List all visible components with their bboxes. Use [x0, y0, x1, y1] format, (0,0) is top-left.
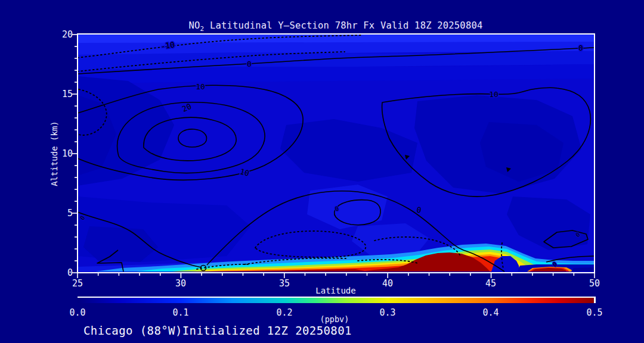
colorbar-tick-label: 0.4: [482, 307, 499, 318]
colorbar-units-label: (ppbv): [320, 314, 349, 324]
title-prefix: NO: [189, 20, 200, 31]
y-tick-label: 5: [67, 208, 73, 219]
x-axis-label: Latitude: [315, 286, 355, 295]
contour-label: 10: [489, 90, 499, 99]
colorbar-tick-label: 0.2: [276, 307, 292, 318]
no2-cross-section-figure: -10 0 0 10 20 10 10 0 0 0 0 0 20 15 10 5…: [0, 0, 644, 343]
x-tick-label: 50: [589, 278, 600, 289]
contour-label: 0: [578, 43, 583, 52]
plot-canvas: -10 0 0 10 20 10 10 0 0 0 0 0 20 15 10 5…: [0, 0, 644, 343]
y-tick-label: 0: [67, 267, 73, 278]
x-tick-label: 25: [72, 278, 83, 289]
x-tick-label: 45: [485, 278, 496, 289]
y-axis: 20 15 10 5 0 Altitude (km): [49, 29, 73, 278]
y-axis-label: Altitude (km): [49, 121, 59, 186]
x-tick-label: 35: [279, 278, 290, 289]
contour-label: 10: [196, 82, 205, 91]
x-axis: 25 30 35 40 45 50 Latitude: [72, 278, 600, 295]
colorbar-tick-label: 0.5: [586, 307, 602, 318]
colorbar-tick-label: 0.3: [379, 307, 395, 318]
x-tick-label: 30: [175, 278, 186, 289]
y-tick-label: 10: [62, 148, 73, 159]
colorbar-end-cap: [594, 297, 596, 303]
colorbar: 0.0 0.1 0.2 0.3 0.4 0.5 (ppbv): [69, 297, 602, 324]
caption: Chicago (88°W)Initialized 12Z 20250801: [83, 324, 352, 337]
contour-label: 0: [247, 60, 252, 68]
colorbar-gradient: [78, 298, 595, 303]
y-tick-label: 15: [62, 89, 73, 99]
plot-title: NO2 Latitudinal Y–Section 78hr Fx Valid …: [189, 20, 483, 33]
y-tick-label: 20: [62, 29, 73, 40]
title-rest: Latitudinal Y–Section 78hr Fx Valid 18Z …: [204, 20, 482, 31]
filled-contour-field: -10 0 0 10 20 10 10 0 0 0 0 0: [78, 34, 595, 273]
x-tick-label: 40: [382, 278, 393, 289]
title-subscript: 2: [200, 25, 205, 33]
colorbar-tick-label: 0.1: [172, 307, 188, 318]
colorbar-tick-label: 0.0: [69, 307, 85, 318]
